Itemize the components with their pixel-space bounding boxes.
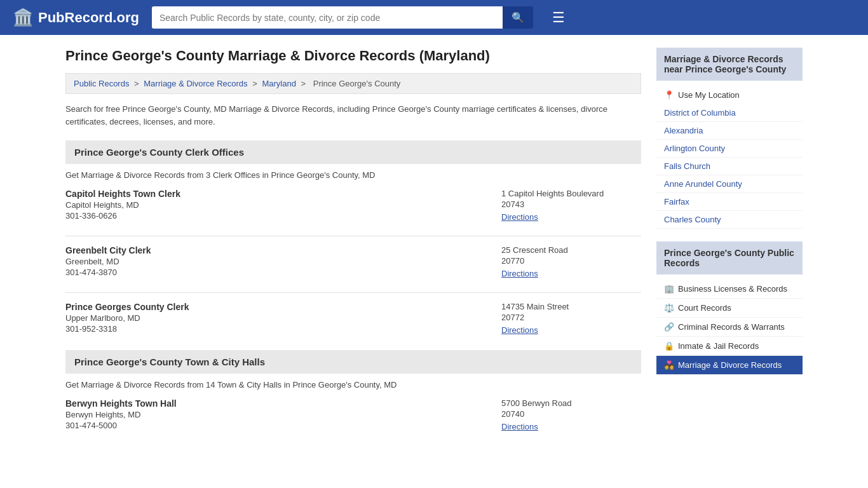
sidebar-nearby-arlington[interactable]: Arlington County <box>656 140 803 158</box>
search-button[interactable]: 🔍 <box>503 6 533 29</box>
breadcrumb: Public Records > Marriage & Divorce Reco… <box>65 73 641 94</box>
office-right: 1 Capitol Heights Boulevard 20743 Direct… <box>501 189 641 222</box>
directions-link-greenbelt[interactable]: Directions <box>501 269 538 278</box>
cityhall-section-desc: Get Marriage & Divorce Records from 14 T… <box>65 380 641 390</box>
use-my-location-label: Use My Location <box>678 90 740 100</box>
office-address: 1 Capitol Heights Boulevard <box>501 189 641 198</box>
logo-text: PubRecord.org <box>38 10 139 26</box>
breadcrumb-sep3: > <box>301 79 308 88</box>
sidebar-nearby-anne-arundel[interactable]: Anne Arundel County <box>656 175 803 193</box>
sidebar-item-criminal[interactable]: 🔗 Criminal Records & Warrants <box>656 318 803 337</box>
directions-link-berwyn[interactable]: Directions <box>501 422 538 431</box>
cityhall-section-header: Prince George's County Town & City Halls <box>65 350 641 374</box>
office-entry-greenbelt: Greenbelt City Clerk Greenbelt, MD 301-4… <box>65 245 641 278</box>
business-icon: 🏢 <box>664 284 674 294</box>
office-name: Capitol Heights Town Clerk <box>65 189 501 199</box>
search-bar: 🔍 <box>152 6 533 29</box>
sidebar-item-court[interactable]: ⚖️ Court Records <box>656 299 803 318</box>
divider2 <box>65 292 641 293</box>
office-entry-capitol-heights: Capitol Heights Town Clerk Capitol Heigh… <box>65 189 641 222</box>
office-phone-pg-clerk: 301-952-3318 <box>65 324 501 334</box>
inmate-icon: 🔒 <box>664 341 674 351</box>
office-address-greenbelt: 25 Crescent Road <box>501 245 641 255</box>
office-city-pg-clerk: Upper Marlboro, MD <box>65 313 501 323</box>
office-name-pg-clerk: Prince Georges County Clerk <box>65 302 501 312</box>
office-left-berwyn: Berwyn Heights Town Hall Berwyn Heights,… <box>65 398 501 431</box>
office-right-greenbelt: 25 Crescent Road 20770 Directions <box>501 245 641 278</box>
office-left: Capitol Heights Town Clerk Capitol Heigh… <box>65 189 501 222</box>
logo-link[interactable]: 🏛️ PubRecord.org <box>13 8 139 27</box>
clerk-section-desc: Get Marriage & Divorce Records from 3 Cl… <box>65 170 641 180</box>
clerk-section-header: Prince George's County Clerk Offices <box>65 140 641 164</box>
sidebar-nearby-fairfax[interactable]: Fairfax <box>656 193 803 211</box>
divider <box>65 236 641 236</box>
directions-link-pg-clerk[interactable]: Directions <box>501 325 538 335</box>
office-name-greenbelt: Greenbelt City Clerk <box>65 245 501 255</box>
page-container: Prince George's County Marriage & Divorc… <box>53 35 815 459</box>
office-phone-berwyn: 301-474-5000 <box>65 421 501 430</box>
office-city-greenbelt: Greenbelt, MD <box>65 257 501 266</box>
breadcrumb-sep1: > <box>134 79 141 88</box>
directions-link-capitol[interactable]: Directions <box>501 212 538 222</box>
page-title: Prince George's County Marriage & Divorc… <box>65 48 641 64</box>
sidebar-item-inmate[interactable]: 🔒 Inmate & Jail Records <box>656 337 803 356</box>
clerk-offices-section: Prince George's County Clerk Offices Get… <box>65 140 641 335</box>
breadcrumb-maryland[interactable]: Maryland <box>262 79 295 88</box>
office-address-pg-clerk: 14735 Main Street <box>501 302 641 311</box>
breadcrumb-public-records[interactable]: Public Records <box>74 79 129 88</box>
sidebar-item-label-criminal: Criminal Records & Warrants <box>678 322 785 332</box>
office-zip-berwyn: 20740 <box>501 409 641 419</box>
office-right-berwyn: 5700 Berwyn Road 20740 Directions <box>501 398 641 431</box>
office-zip-greenbelt: 20770 <box>501 256 641 266</box>
sidebar-item-business[interactable]: 🏢 Business Licenses & Records <box>656 280 803 299</box>
office-left-pg-clerk: Prince Georges County Clerk Upper Marlbo… <box>65 302 501 335</box>
menu-icon[interactable]: ☰ <box>552 10 565 26</box>
office-address-berwyn: 5700 Berwyn Road <box>501 398 641 408</box>
sidebar-public-records-header: Prince George's County Public Records <box>656 241 803 274</box>
sidebar-nearby-alexandria[interactable]: Alexandria <box>656 122 803 140</box>
sidebar-item-marriage[interactable]: 💑 Marriage & Divorce Records <box>656 356 803 375</box>
sidebar-item-label-marriage: Marriage & Divorce Records <box>678 360 782 370</box>
sidebar-nearby-falls-church[interactable]: Falls Church <box>656 158 803 175</box>
search-input[interactable] <box>152 6 503 29</box>
breadcrumb-county: Prince George's County <box>313 79 401 88</box>
sidebar-public-records-section: Prince George's County Public Records 🏢 … <box>656 241 803 375</box>
office-phone-greenbelt: 301-474-3870 <box>65 268 501 277</box>
office-left-greenbelt: Greenbelt City Clerk Greenbelt, MD 301-4… <box>65 245 501 278</box>
sidebar-item-label-court: Court Records <box>678 303 731 313</box>
sidebar-nearby-charles[interactable]: Charles County <box>656 211 803 229</box>
office-zip: 20743 <box>501 200 641 209</box>
sidebar-nearby-header: Marriage & Divorce Records near Prince G… <box>656 48 803 81</box>
sidebar-use-my-location[interactable]: 📍 Use My Location <box>656 86 803 104</box>
site-header: 🏛️ PubRecord.org 🔍 ☰ <box>0 0 868 35</box>
sidebar: Marriage & Divorce Records near Prince G… <box>656 48 803 447</box>
office-zip-pg-clerk: 20772 <box>501 313 641 322</box>
criminal-icon: 🔗 <box>664 322 674 332</box>
court-icon: ⚖️ <box>664 303 674 313</box>
pin-icon: 📍 <box>664 90 674 100</box>
office-entry-pg-clerk: Prince Georges County Clerk Upper Marlbo… <box>65 302 641 335</box>
logo-icon: 🏛️ <box>13 8 33 27</box>
office-city-berwyn: Berwyn Heights, MD <box>65 410 501 419</box>
sidebar-item-label-inmate: Inmate & Jail Records <box>678 341 759 351</box>
sidebar-nearby-dc[interactable]: District of Columbia <box>656 104 803 122</box>
cityhall-section: Prince George's County Town & City Halls… <box>65 350 641 431</box>
breadcrumb-marriage-divorce[interactable]: Marriage & Divorce Records <box>144 79 247 88</box>
sidebar-item-label-business: Business Licenses & Records <box>678 284 787 294</box>
office-phone: 301-336-0626 <box>65 211 501 220</box>
marriage-icon: 💑 <box>664 360 674 370</box>
main-content: Prince George's County Marriage & Divorc… <box>65 48 641 447</box>
page-description: Search for free Prince George's County, … <box>65 103 641 128</box>
office-entry-berwyn: Berwyn Heights Town Hall Berwyn Heights,… <box>65 398 641 431</box>
office-name-berwyn: Berwyn Heights Town Hall <box>65 398 501 409</box>
office-right-pg-clerk: 14735 Main Street 20772 Directions <box>501 302 641 335</box>
breadcrumb-sep2: > <box>252 79 259 88</box>
sidebar-nearby-section: Marriage & Divorce Records near Prince G… <box>656 48 803 229</box>
office-city: Capitol Heights, MD <box>65 200 501 210</box>
